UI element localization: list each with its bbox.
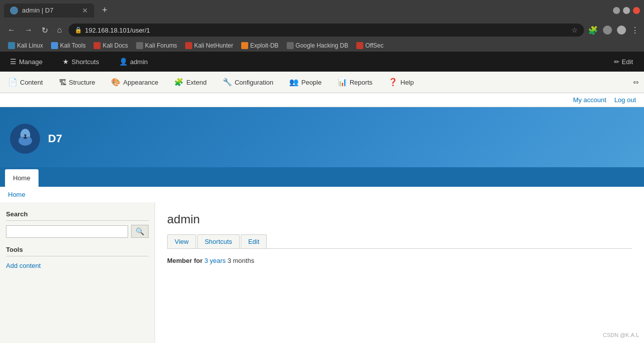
page-title: admin: [167, 212, 632, 226]
nav-reports[interactable]: 📊 Reports: [330, 72, 381, 93]
forward-button[interactable]: →: [22, 25, 35, 36]
edit-label: Edit: [622, 58, 633, 66]
nav-people[interactable]: 👥 People: [281, 72, 329, 93]
bookmark-kali-forums[interactable]: Kali Forums: [133, 41, 180, 50]
breadcrumb-home[interactable]: Home: [8, 191, 26, 198]
content-area: admin View Shortcuts Edit Member for 3 y…: [155, 202, 644, 343]
my-account-link[interactable]: My account: [573, 96, 606, 104]
close-button[interactable]: [633, 7, 640, 14]
bookmark-kali-linux[interactable]: Kali Linux: [5, 41, 46, 50]
minimize-button[interactable]: [613, 7, 620, 14]
star-icon: ★: [63, 58, 69, 66]
people-icon: 👥: [289, 78, 299, 87]
shortcuts-button[interactable]: ★ Shortcuts: [58, 54, 104, 70]
site-header: D7: [0, 107, 644, 167]
manage-label: Manage: [19, 58, 43, 66]
admin-user-button[interactable]: 👤 admin: [114, 54, 153, 70]
menu-icon[interactable]: ⋮: [631, 26, 639, 35]
search-input[interactable]: [6, 225, 128, 238]
browser-addressbar: ← → ↻ ⌂ 🔒 ☆ 🧩 ⋮: [0, 21, 644, 40]
member-for-label: Member for: [167, 257, 203, 264]
nav-help[interactable]: ❓ Help: [380, 72, 422, 93]
window-controls: [613, 7, 640, 14]
google-hacking-db-icon: [287, 42, 294, 49]
bookmark-kali-tools[interactable]: Kali Tools: [48, 41, 89, 50]
url-input[interactable]: [85, 27, 568, 34]
kali-linux-icon: [8, 42, 15, 49]
bookmark-icon[interactable]: ☆: [571, 26, 578, 34]
sidebar-tools-block: Tools Add content: [6, 246, 149, 271]
log-out-link[interactable]: Log out: [614, 96, 636, 104]
nav-extend[interactable]: 🧩 Extend: [166, 72, 214, 93]
sidebar-search-block: Search 🔍: [6, 210, 149, 238]
bookmark-kali-docs[interactable]: Kali Docs: [91, 41, 131, 50]
admin-toolbar: ☰ Manage ★ Shortcuts 👤 admin ✏ Edit: [0, 52, 644, 72]
configuration-icon: 🔧: [223, 78, 232, 87]
profile-icon[interactable]: [603, 26, 612, 35]
site-name: D7: [48, 132, 62, 145]
edit-button[interactable]: ✏ Edit: [608, 54, 639, 70]
add-content-link[interactable]: Add content: [6, 260, 149, 271]
shortcuts-label: Shortcuts: [72, 58, 99, 66]
sidebar: Search 🔍 Tools Add content: [0, 202, 155, 343]
nav-extend-label: Extend: [186, 79, 206, 86]
address-bar[interactable]: 🔒 ☆: [69, 24, 584, 37]
maximize-button[interactable]: [623, 7, 630, 14]
tab-edit[interactable]: Edit: [241, 234, 267, 248]
bookmark-exploit-db[interactable]: Exploit-DB: [238, 41, 282, 50]
offsec-icon: [356, 42, 363, 49]
new-tab-button[interactable]: +: [98, 3, 112, 18]
bookmark-kali-nethunter[interactable]: Kali NetHunter: [182, 41, 236, 50]
search-block-title: Search: [6, 210, 149, 221]
member-time-value: 3 years: [204, 257, 227, 264]
nav-structure[interactable]: 🏗 Structure: [51, 72, 104, 93]
manage-button[interactable]: ☰ Manage: [5, 54, 48, 70]
structure-icon: 🏗: [59, 78, 67, 87]
bookmark-offsec[interactable]: OffSec: [353, 41, 386, 50]
tab-close-button[interactable]: ✕: [82, 7, 88, 15]
member-time: 3 years 3 months: [204, 257, 254, 264]
nav-help-label: Help: [400, 79, 414, 86]
content-icon: 📄: [8, 78, 18, 87]
pencil-icon: ✏: [614, 58, 619, 66]
nav-content-label: Content: [20, 79, 43, 86]
kali-tools-icon: [51, 42, 58, 49]
tab-view[interactable]: View: [167, 234, 196, 248]
drupal-nav: 📄 Content 🏗 Structure 🎨 Appearance 🧩 Ext…: [0, 72, 644, 93]
home-button[interactable]: ⌂: [55, 25, 65, 36]
nav-people-label: People: [301, 79, 321, 86]
drupal-logo-svg: [14, 127, 37, 150]
member-time-months: 3 months: [228, 257, 254, 264]
nav-reports-label: Reports: [350, 79, 373, 86]
search-button[interactable]: 🔍: [131, 225, 149, 238]
nav-content[interactable]: 📄 Content: [0, 72, 51, 93]
help-icon: ❓: [388, 78, 398, 87]
browser-tab[interactable]: admin | D7 ✕: [4, 4, 94, 18]
kali-nethunter-icon: [185, 42, 192, 49]
bookmark-google-hacking-db[interactable]: Google Hacking DB: [284, 41, 351, 50]
nav-appearance-label: Appearance: [123, 79, 158, 86]
nav-expand[interactable]: ⇔: [628, 72, 644, 92]
bookmarks-bar: Kali Linux Kali Tools Kali Docs Kali For…: [0, 40, 644, 52]
profile2-icon[interactable]: [617, 26, 626, 35]
back-button[interactable]: ←: [5, 25, 18, 36]
nav-configuration-label: Configuration: [235, 79, 273, 86]
browser-titlebar: admin | D7 ✕ +: [0, 0, 644, 21]
svg-point-5: [23, 136, 24, 137]
extensions-icon[interactable]: 🧩: [588, 26, 598, 35]
security-icon: 🔒: [75, 27, 82, 34]
nav-appearance[interactable]: 🎨 Appearance: [103, 72, 166, 93]
tab-shortcuts[interactable]: Shortcuts: [197, 234, 240, 248]
watermark: CSDN @K.A.L: [603, 332, 639, 338]
browser-frame: admin | D7 ✕ + ← → ↻ ⌂ 🔒 ☆ 🧩 ⋮: [0, 0, 644, 52]
reload-button[interactable]: ↻: [39, 25, 51, 36]
nav-structure-label: Structure: [69, 79, 96, 86]
kali-forums-icon: [136, 42, 143, 49]
address-icons: ☆: [571, 26, 578, 34]
site-logo[interactable]: [10, 124, 40, 154]
nav-configuration[interactable]: 🔧 Configuration: [215, 72, 281, 93]
reports-icon: 📊: [338, 78, 347, 87]
user-icon: 👤: [119, 58, 128, 66]
svg-point-6: [26, 136, 27, 137]
primary-nav-home[interactable]: Home: [5, 169, 39, 187]
